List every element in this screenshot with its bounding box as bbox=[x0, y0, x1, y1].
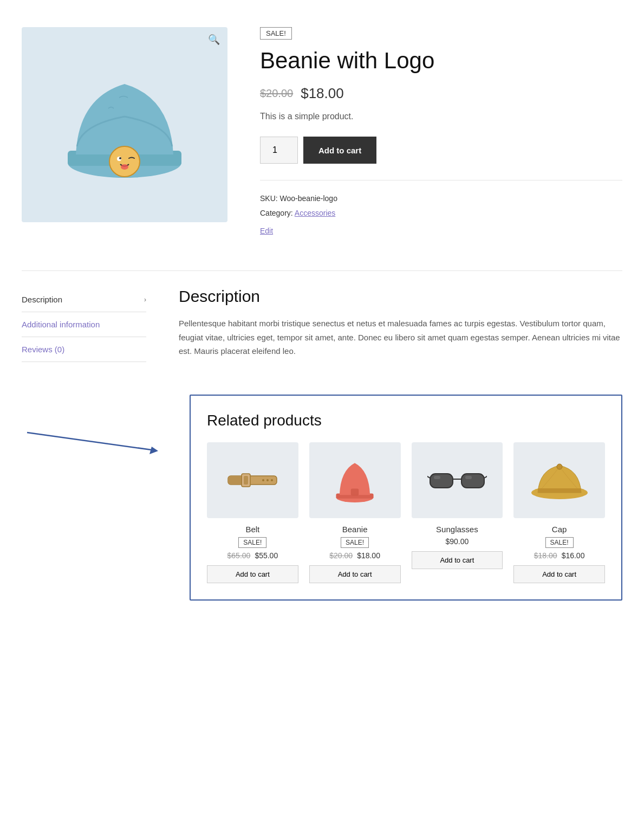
svg-point-12 bbox=[262, 479, 264, 481]
related-cap-price-original: $18.00 bbox=[534, 551, 557, 560]
product-details: SALE! Beanie with Logo $20.00 $18.00 Thi… bbox=[260, 27, 622, 238]
product-title: Beanie with Logo bbox=[260, 47, 622, 74]
svg-rect-18 bbox=[430, 474, 453, 488]
related-product-belt: Belt SALE! $65.00 $55.00 Add to cart bbox=[207, 442, 298, 583]
tab-content-body: Pellentesque habitant morbi tristique se… bbox=[179, 317, 622, 358]
related-beanie-price-sale: $18.00 bbox=[357, 551, 380, 560]
product-image-svg bbox=[60, 54, 190, 195]
svg-line-22 bbox=[484, 475, 487, 478]
chevron-right-icon: › bbox=[144, 296, 146, 304]
related-belt-add-to-cart-button[interactable]: Add to cart bbox=[207, 565, 298, 583]
related-cap-price-sale: $16.00 bbox=[562, 551, 585, 560]
category-link[interactable]: Accessories bbox=[295, 209, 335, 217]
related-beanie-price-original: $20.00 bbox=[329, 551, 353, 560]
related-product-beanie-price: $20.00 $18.00 bbox=[309, 551, 401, 560]
related-product-beanie-image[interactable] bbox=[309, 442, 401, 518]
product-image-area: 🔍 bbox=[22, 27, 227, 238]
svg-marker-7 bbox=[149, 447, 158, 454]
svg-rect-26 bbox=[538, 488, 581, 493]
sku-label: SKU: bbox=[260, 194, 278, 203]
tab-description-label: Description bbox=[22, 295, 62, 304]
price-original: $20.00 bbox=[260, 87, 293, 100]
svg-point-14 bbox=[271, 479, 273, 481]
related-products-box: Related products bbox=[190, 395, 622, 601]
product-image-box: 🔍 bbox=[22, 27, 227, 222]
tab-reviews[interactable]: Reviews (0) bbox=[22, 337, 146, 362]
product-section: 🔍 bbox=[22, 11, 622, 270]
tab-content-title: Description bbox=[179, 287, 622, 306]
tab-description[interactable]: Description › bbox=[22, 287, 146, 312]
add-to-cart-button[interactable]: Add to cart bbox=[303, 137, 376, 164]
related-products-grid: Belt SALE! $65.00 $55.00 Add to cart bbox=[207, 442, 605, 583]
related-product-sunglasses-price: $90.00 bbox=[412, 537, 503, 546]
svg-rect-17 bbox=[351, 489, 359, 496]
related-product-belt-name: Belt bbox=[207, 525, 298, 534]
svg-rect-23 bbox=[434, 476, 440, 479]
related-product-sunglasses-name: Sunglasses bbox=[412, 525, 503, 534]
related-products-title: Related products bbox=[207, 412, 605, 429]
svg-point-13 bbox=[266, 479, 269, 481]
add-to-cart-area: Add to cart bbox=[260, 137, 622, 164]
related-section-wrapper: Related products bbox=[22, 395, 622, 622]
related-product-sunglasses-image[interactable] bbox=[412, 442, 503, 518]
related-product-cap-image[interactable] bbox=[513, 442, 605, 518]
tab-navigation: Description › Additional information Rev… bbox=[22, 287, 146, 362]
arrow-svg bbox=[22, 427, 162, 454]
related-sunglasses-price-sale: $90.00 bbox=[445, 537, 469, 546]
related-product-cap-sale: SALE! bbox=[545, 537, 574, 548]
arrow-container bbox=[22, 427, 173, 460]
category-label: Category: bbox=[260, 209, 293, 217]
related-product-beanie-sale: SALE! bbox=[341, 537, 369, 548]
related-product-cap-price: $18.00 $16.00 bbox=[513, 551, 605, 560]
svg-line-6 bbox=[27, 433, 152, 450]
related-product-cap-name: Cap bbox=[513, 525, 605, 534]
tab-reviews-label: Reviews (0) bbox=[22, 345, 64, 354]
zoom-icon[interactable]: 🔍 bbox=[208, 34, 220, 46]
sku-line: SKU: Woo-beanie-logo bbox=[260, 191, 622, 206]
sku-value: Woo-beanie-logo bbox=[280, 194, 337, 203]
edit-link[interactable]: Edit bbox=[260, 224, 622, 238]
price-sale: $18.00 bbox=[301, 85, 344, 102]
svg-line-21 bbox=[427, 475, 430, 478]
tab-additional-information[interactable]: Additional information bbox=[22, 312, 146, 337]
related-product-beanie: Beanie SALE! $20.00 $18.00 Add to cart bbox=[309, 442, 401, 583]
related-product-cap: Cap SALE! $18.00 $16.00 Add to cart bbox=[513, 442, 605, 583]
page-wrapper: 🔍 bbox=[0, 0, 644, 633]
related-product-belt-price: $65.00 $55.00 bbox=[207, 551, 298, 560]
product-meta: SKU: Woo-beanie-logo Category: Accessori… bbox=[260, 180, 622, 238]
svg-rect-11 bbox=[244, 476, 248, 485]
tab-content-area: Description Pellentesque habitant morbi … bbox=[179, 287, 622, 362]
product-short-description: This is a simple product. bbox=[260, 112, 622, 121]
svg-point-4 bbox=[119, 157, 121, 159]
category-line: Category: Accessories bbox=[260, 206, 622, 221]
related-belt-price-original: $65.00 bbox=[227, 551, 251, 560]
svg-point-2 bbox=[109, 146, 140, 177]
related-sunglasses-add-to-cart-button[interactable]: Add to cart bbox=[412, 551, 503, 569]
sale-badge: SALE! bbox=[260, 27, 292, 40]
related-cap-add-to-cart-button[interactable]: Add to cart bbox=[513, 565, 605, 583]
quantity-input[interactable] bbox=[260, 137, 298, 164]
svg-rect-19 bbox=[461, 474, 484, 488]
related-product-belt-sale: SALE! bbox=[238, 537, 266, 548]
related-product-sunglasses: Sunglasses $90.00 Add to cart bbox=[412, 442, 503, 583]
svg-point-5 bbox=[121, 164, 128, 170]
tabs-section: Description › Additional information Rev… bbox=[22, 270, 622, 395]
related-product-beanie-name: Beanie bbox=[309, 525, 401, 534]
svg-rect-24 bbox=[465, 476, 472, 479]
tab-additional-information-label: Additional information bbox=[22, 320, 100, 329]
related-belt-price-sale: $55.00 bbox=[255, 551, 278, 560]
related-product-belt-image[interactable] bbox=[207, 442, 298, 518]
related-beanie-add-to-cart-button[interactable]: Add to cart bbox=[309, 565, 401, 583]
price-area: $20.00 $18.00 bbox=[260, 85, 622, 102]
